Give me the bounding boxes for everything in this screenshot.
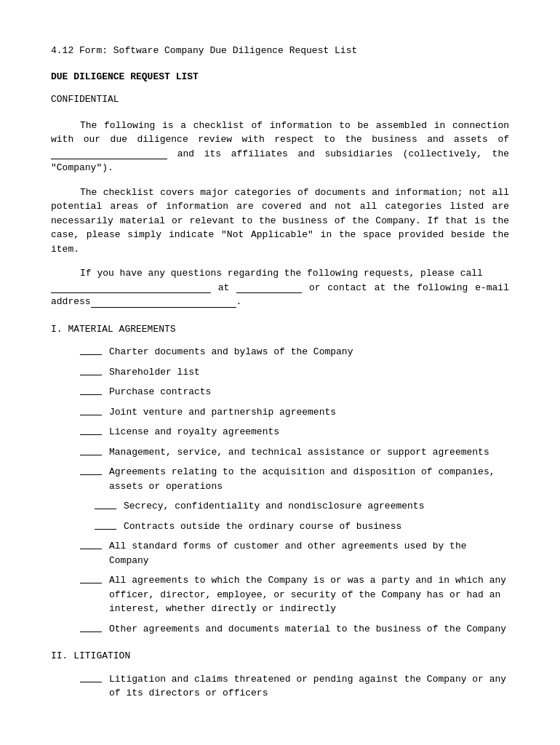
- list-item: Secrecy, confidentiality and nondisclosu…: [51, 499, 509, 514]
- checkbox-blank: [80, 407, 102, 415]
- list-item: Contracts outside the ordinary course of…: [51, 519, 509, 534]
- checkbox-blank: [80, 575, 102, 583]
- phone-blank: [236, 292, 302, 293]
- list-item: Agreements relating to the acquisition a…: [51, 465, 509, 493]
- email-blank: [91, 307, 236, 308]
- list-item: All agreements to which the Company is o…: [51, 573, 509, 616]
- list-item: License and royalty agreements: [51, 425, 509, 439]
- checkbox-blank: [80, 541, 102, 549]
- checkbox-blank: [80, 466, 102, 475]
- checkbox-blank: [80, 346, 102, 355]
- checkbox-blank: [80, 386, 102, 395]
- checkbox-blank: [80, 426, 102, 435]
- list-item: Other agreements and documents material …: [51, 622, 509, 637]
- checkbox-blank: [80, 624, 102, 632]
- section-2-heading: II. LITIGATION: [51, 649, 509, 664]
- checkbox-blank: [95, 501, 116, 509]
- list-item: Joint venture and partnership agreements: [51, 405, 509, 420]
- list-item: Charter documents and bylaws of the Comp…: [51, 345, 509, 359]
- document-container: 4.12 Form: Software Company Due Diligenc…: [51, 44, 509, 701]
- main-heading: DUE DILIGENCE REQUEST LIST: [51, 70, 509, 84]
- intro-paragraph-3: If you have any questions regarding the …: [51, 266, 509, 309]
- section-1-heading: I. MATERIAL AGREEMENTS: [51, 322, 509, 337]
- list-item: Management, service, and technical assis…: [51, 445, 509, 460]
- list-item: All standard forms of customer and other…: [51, 539, 509, 567]
- list-item: Litigation and claims threatened or pend…: [51, 672, 509, 701]
- company-name-blank-1: [51, 159, 167, 159]
- checkbox-blank: [95, 521, 116, 530]
- contact-name-blank: [51, 292, 211, 293]
- list-item: Purchase contracts: [51, 385, 509, 399]
- intro-paragraph-1: The following is a checklist of informat…: [51, 119, 509, 175]
- checkbox-blank: [80, 447, 102, 455]
- checkbox-blank: [80, 674, 102, 682]
- confidential-label: CONFIDENTIAL: [51, 92, 509, 107]
- intro-paragraph-2: The checklist covers major categories of…: [51, 186, 509, 257]
- checkbox-blank: [80, 367, 102, 375]
- list-item: Shareholder list: [51, 365, 509, 380]
- document-title: 4.12 Form: Software Company Due Diligenc…: [51, 44, 509, 58]
